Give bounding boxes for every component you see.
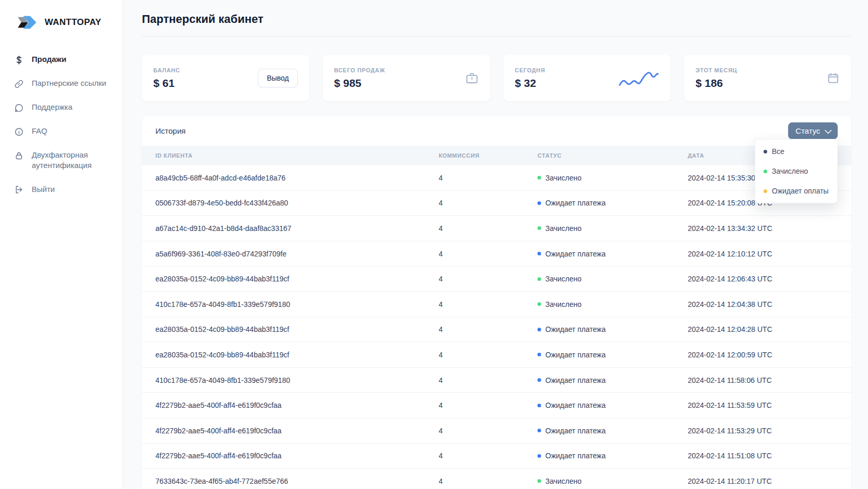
sidebar-item[interactable]: Продажи <box>14 54 110 65</box>
status-cell: Ожидает платежа <box>537 351 688 359</box>
table-row[interactable]: ea28035a-0152-4c09-bb89-44bab3f119cf 4 О… <box>142 317 851 343</box>
total-sales-value: $ 985 <box>334 77 385 89</box>
main-content: Партнерский кабинет БАЛАНС $ 61 Вывод ВС… <box>123 0 868 489</box>
table-row[interactable]: 7633643c-73ea-4f65-ab4f-772aef55e766 4 З… <box>142 469 851 489</box>
status-cell: Ожидает платежа <box>537 325 688 333</box>
client-id-cell: 4f2279b2-aae5-400f-aff4-e619f0c9cfaa <box>155 401 439 409</box>
client-id-cell: 410c178e-657a-4049-8fb1-339e579f9180 <box>155 376 439 384</box>
history-card: История Статус Все Зачислено <box>142 116 851 489</box>
status-label: Ожидает платежа <box>545 401 606 409</box>
commission-cell: 4 <box>439 477 537 485</box>
withdraw-button[interactable]: Вывод <box>258 69 297 87</box>
today-label: СЕГОДНЯ <box>515 67 545 73</box>
client-id-cell: 410c178e-657a-4049-8fb1-339e579f9180 <box>155 300 439 308</box>
status-label: Ожидает платежа <box>545 376 606 384</box>
sidebar-item[interactable]: FAQ <box>14 126 110 137</box>
table-row[interactable]: 410c178e-657a-4049-8fb1-339e579f9180 4 О… <box>142 368 851 393</box>
sidebar-nav: Продажи Партнерские ссылки Поддержка FAQ <box>14 54 110 195</box>
logout-icon <box>14 185 24 195</box>
table-row[interactable]: 4f2279b2-aae5-400f-aff4-e619f0c9cfaa 4 О… <box>142 444 851 469</box>
status-dot-icon <box>537 201 541 205</box>
status-dot-icon <box>537 302 541 306</box>
col-header-commission: КОММИССИЯ <box>439 152 537 159</box>
status-filter-dropdown: Все Зачислено Ожидает оплаты <box>755 139 838 203</box>
status-label: Ожидает платежа <box>545 351 606 359</box>
stats-row: БАЛАНС $ 61 Вывод ВСЕГО ПРОДАЖ $ 985 <box>142 55 851 101</box>
client-id-cell: 4f2279b2-aae5-400f-aff4-e619f0c9cfaa <box>155 427 439 435</box>
client-id-cell: 7633643c-73ea-4f65-ab4f-772aef55e766 <box>155 477 439 485</box>
chevron-down-icon <box>824 126 832 134</box>
col-header-client-id: ID КЛИЕНТА <box>155 152 439 159</box>
status-dot-icon <box>537 429 541 432</box>
total-sales-label: ВСЕГО ПРОДАЖ <box>334 67 385 73</box>
status-label: Ожидает платежа <box>545 427 606 435</box>
table-row[interactable]: 0506733f-d879-4e50-bedd-fc433f426a80 4 О… <box>142 191 851 216</box>
status-cell: Ожидает платежа <box>537 376 688 384</box>
dropdown-option-label: Ожидает оплаты <box>772 187 828 195</box>
commission-cell: 4 <box>439 325 537 333</box>
date-cell: 2024-02-14 12:04:38 UTC <box>688 300 838 308</box>
sidebar-item-label: FAQ <box>32 126 47 136</box>
sidebar-item[interactable]: Двухфакторная аутентификация <box>14 150 110 171</box>
status-cell: Ожидает платежа <box>537 427 688 435</box>
total-sales-card: ВСЕГО ПРОДАЖ $ 985 <box>323 55 490 101</box>
sidebar-item[interactable]: Поддержка <box>14 102 110 113</box>
commission-cell: 4 <box>439 250 537 258</box>
commission-cell: 4 <box>439 199 537 207</box>
status-cell: Ожидает платежа <box>537 199 688 207</box>
table-row[interactable]: 4f2279b2-aae5-400f-aff4-e619f0c9cfaa 4 О… <box>142 393 851 418</box>
status-cell: Зачислено <box>537 224 688 233</box>
status-label: Зачислено <box>545 300 582 308</box>
this-month-value: $ 186 <box>695 77 737 89</box>
status-cell: Зачислено <box>537 477 688 485</box>
status-label: Зачислено <box>545 477 582 485</box>
status-label: Ожидает платежа <box>545 325 606 333</box>
date-cell: 2024-02-14 12:10:12 UTC <box>688 250 838 258</box>
sidebar-item[interactable]: Партнерские ссылки <box>14 78 110 89</box>
chat-icon <box>14 102 24 113</box>
table-row[interactable]: ea28035a-0152-4c09-bb89-44bab3f119cf 4 З… <box>142 266 851 292</box>
status-dot-icon <box>537 353 541 356</box>
status-label: Зачислено <box>545 174 582 182</box>
dropdown-option[interactable]: Все <box>755 141 837 161</box>
status-filter-button[interactable]: Статус <box>788 122 838 139</box>
status-dot-icon <box>537 252 541 255</box>
status-dot-icon <box>537 328 541 331</box>
client-id-cell: a67ac14c-d910-42a1-b8d4-daaf8ac33167 <box>155 224 439 233</box>
status-label: Ожидает платежа <box>545 199 606 207</box>
today-value: $ 32 <box>515 77 545 89</box>
date-cell: 2024-02-14 11:20:17 UTC <box>688 477 838 485</box>
table-row[interactable]: a8a49cb5-68ff-4a0f-adcd-e46afde18a76 4 З… <box>142 165 851 191</box>
balance-card: БАЛАНС $ 61 Вывод <box>142 55 309 101</box>
option-dot-icon <box>764 150 767 153</box>
page-title: Партнерский кабинет <box>142 0 851 36</box>
commission-cell: 4 <box>439 401 537 409</box>
status-filter-label: Статус <box>796 126 820 135</box>
status-dot-icon <box>537 226 541 230</box>
table-row[interactable]: ea28035a-0152-4c09-bb89-44bab3f119cf 4 О… <box>142 342 851 368</box>
client-id-cell: 0506733f-d879-4e50-bedd-fc433f426a80 <box>155 199 439 207</box>
dropdown-option[interactable]: Зачислено <box>755 161 837 181</box>
status-label: Ожидает платежа <box>545 452 606 460</box>
table-row[interactable]: 4f2279b2-aae5-400f-aff4-e619f0c9cfaa 4 О… <box>142 418 851 444</box>
sidebar-item[interactable]: Выйти <box>14 184 110 195</box>
status-dot-icon <box>537 277 541 281</box>
option-dot-icon <box>764 189 767 193</box>
link-icon <box>14 79 24 89</box>
commission-cell: 4 <box>439 427 537 435</box>
date-cell: 2024-02-14 12:06:43 UTC <box>688 275 838 283</box>
table-row[interactable]: 410c178e-657a-4049-8fb1-339e579f9180 4 З… <box>142 292 851 317</box>
table-row[interactable]: a67ac14c-d910-42a1-b8d4-daaf8ac33167 4 З… <box>142 216 851 241</box>
commission-cell: 4 <box>439 351 537 359</box>
status-cell: Ожидает платежа <box>537 401 688 409</box>
brand-name: WANTTOPAY <box>45 17 101 28</box>
history-title: История <box>155 126 186 135</box>
dropdown-option[interactable]: Ожидает оплаты <box>755 181 837 201</box>
date-cell: 2024-02-14 11:53:29 UTC <box>688 427 838 435</box>
brand-logo[interactable]: WANTTOPAY <box>17 15 110 30</box>
app-root: WANTTOPAY Продажи Партнерские ссылки Под… <box>0 0 868 489</box>
dollar-icon <box>14 55 24 65</box>
client-id-cell: 4f2279b2-aae5-400f-aff4-e619f0c9cfaa <box>155 452 439 460</box>
table-row[interactable]: a5a6f969-3361-408f-83e0-d74293f709fe 4 О… <box>142 241 851 267</box>
sidebar-item-label: Партнерские ссылки <box>32 78 106 88</box>
